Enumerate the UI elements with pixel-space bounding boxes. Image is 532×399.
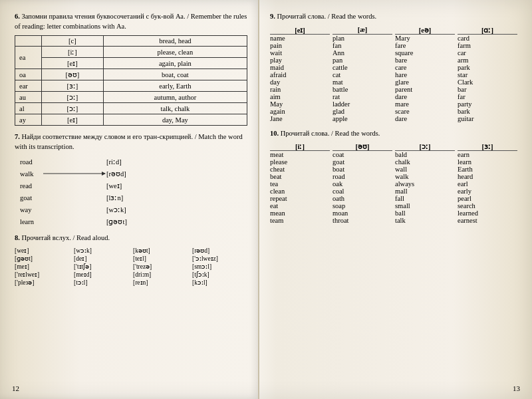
- word-item: fall: [395, 195, 455, 202]
- exercise-9: 9. Прочитай слова. / Read the words. [eɪ…: [270, 12, 517, 122]
- word-item: search: [458, 202, 517, 209]
- ex7-title: 7. Найди соответствие между словом и его…: [15, 132, 247, 152]
- ex8-item: [tɔːl]: [74, 279, 129, 286]
- word-item: ladder: [332, 100, 392, 108]
- word-item: meat: [270, 151, 330, 158]
- word-item: fan: [332, 42, 392, 49]
- page-right: 9. Прочитай слова. / Read the words. [eɪ…: [259, 0, 532, 399]
- ex9-header-3: [eə]: [395, 26, 455, 35]
- word-item: hare: [395, 71, 455, 78]
- ex6-title: 6. Запомни правила чтения буквосочетаний…: [15, 12, 247, 31]
- word-item: care: [395, 64, 455, 71]
- word-item: talk: [395, 217, 455, 224]
- word-item: car: [458, 49, 517, 57]
- word-item: walk: [395, 173, 455, 180]
- ex8-item: [kəʊt]: [133, 247, 188, 254]
- ex10-title: 10. Прочитай слова. / Read the words.: [270, 129, 517, 139]
- word-item: always: [395, 180, 455, 188]
- word-item: aim: [270, 93, 330, 100]
- word-item: team: [270, 217, 330, 224]
- ex8-item: [driːm]: [133, 271, 188, 278]
- ex8-item: [wɔːk]: [74, 247, 129, 254]
- word-item: cattle: [332, 64, 392, 71]
- word-item: guitar: [458, 115, 517, 122]
- word-item: wall: [395, 166, 455, 173]
- page-number-right: 13: [513, 384, 520, 392]
- book-spread: 6. Запомни правила чтения буквосочетаний…: [0, 0, 532, 399]
- word-item: eat: [270, 202, 330, 209]
- word-item: learned: [458, 209, 517, 217]
- ex8-item: [meɪd]: [74, 271, 129, 278]
- word-item: day: [270, 78, 330, 86]
- ex8-item: ['trezə]: [133, 263, 188, 270]
- word-item: rain: [270, 86, 330, 93]
- word-item: goat: [332, 158, 392, 166]
- word-item: tea: [270, 180, 330, 188]
- word-item: repeat: [270, 195, 330, 202]
- word-item: please: [270, 158, 330, 166]
- ex8-item: ['ɔːlweɪz]: [192, 255, 247, 262]
- ex8-item: [teɪl]: [133, 255, 188, 262]
- word-item: play: [270, 57, 330, 64]
- word-item: mare: [395, 100, 455, 108]
- word-item: maid: [270, 64, 330, 71]
- ex9-header-4: [ɑː]: [458, 26, 517, 35]
- word-item: coat: [332, 151, 392, 158]
- exercise-8: 8. Прочитай вслух. / Read aloud. [weɪ] […: [15, 233, 247, 287]
- word-item: party: [458, 100, 517, 108]
- word-item: parent: [395, 86, 455, 93]
- word-item: ball: [395, 209, 455, 217]
- word-item: far: [458, 93, 517, 100]
- word-item: park: [458, 64, 517, 71]
- word-item: bar: [458, 86, 517, 93]
- ex10-header-3: [ɔː]: [395, 142, 455, 151]
- word-item: learn: [458, 158, 517, 166]
- word-item: arm: [458, 57, 517, 64]
- word-item: earnest: [458, 217, 517, 224]
- word-item: square: [395, 49, 455, 57]
- ex8-item: [tʃɔːk]: [192, 271, 247, 278]
- word-item: dare: [395, 115, 455, 122]
- word-item: card: [458, 35, 517, 42]
- word-item: moan: [332, 209, 392, 217]
- ex9-header-1: [eɪ]: [270, 26, 330, 35]
- ex8-item: [rəʊd]: [192, 247, 247, 254]
- ex8-item: ['reɪlweɪ]: [15, 271, 70, 278]
- word-item: cheat: [270, 166, 330, 173]
- word-item: cat: [332, 71, 392, 78]
- word-item: bark: [458, 108, 517, 115]
- word-item: pain: [270, 42, 330, 49]
- word-item: Mary: [395, 35, 455, 42]
- word-item: mat: [332, 78, 392, 86]
- word-item: pearl: [458, 195, 517, 202]
- word-item: Earth: [458, 166, 517, 173]
- word-item: small: [395, 202, 455, 209]
- word-item: glare: [395, 78, 455, 86]
- word-item: afraid: [270, 71, 330, 78]
- word-item: farm: [458, 42, 517, 49]
- ex8-item: [ɡəʊt]: [15, 255, 70, 262]
- ex10-header-2: [əʊ]: [332, 142, 392, 151]
- word-item: soap: [332, 202, 392, 209]
- word-item: boat: [332, 166, 392, 173]
- ex8-item: [reɪn]: [133, 279, 188, 286]
- exercise-10: 10. Прочитай слова. / Read the words. [i…: [270, 129, 517, 225]
- word-item: oak: [332, 180, 392, 188]
- word-item: heard: [458, 173, 517, 180]
- ex9-header-2: [æ]: [332, 26, 392, 35]
- word-item: wait: [270, 49, 330, 57]
- ex8-item: ['tɪtʃə]: [74, 263, 129, 270]
- word-item: scare: [395, 108, 455, 115]
- word-item: apple: [332, 115, 392, 122]
- word-item: battle: [332, 86, 392, 93]
- word-item: fare: [395, 42, 455, 49]
- word-item: plan: [332, 35, 392, 42]
- ex8-item: [weɪ]: [15, 247, 70, 254]
- ex8-item: [meɪ]: [15, 263, 70, 270]
- ex9-title: 9. Прочитай слова. / Read the words.: [270, 12, 517, 22]
- word-item: Jane: [270, 115, 330, 122]
- word-item: again: [270, 108, 330, 115]
- ex8-item: [deɪ]: [74, 255, 129, 262]
- exercise-6: 6. Запомни правила чтения буквосочетаний…: [15, 12, 247, 126]
- word-item: clean: [270, 188, 330, 195]
